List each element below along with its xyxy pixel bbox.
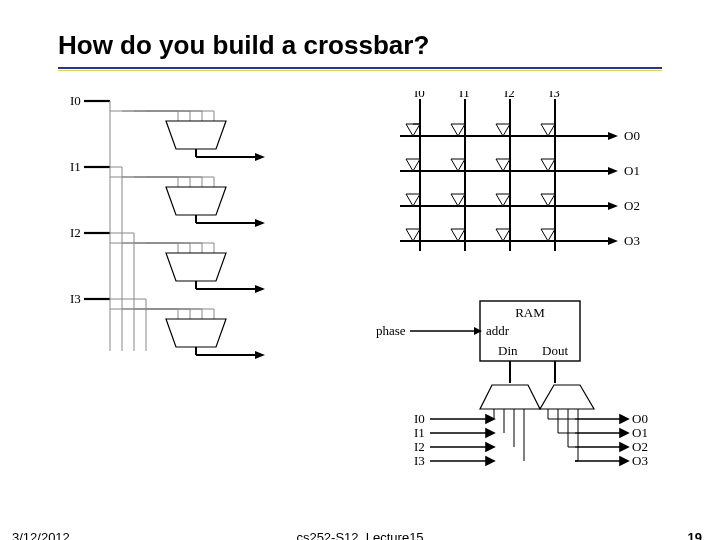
ram-input-label: I1 — [414, 425, 425, 440]
grid-input-label: I3 — [549, 91, 560, 100]
svg-marker-95 — [620, 429, 628, 437]
ram-input-label: I3 — [414, 453, 425, 468]
mux-input-label: I3 — [70, 291, 81, 306]
footer-page: 19 — [688, 530, 702, 540]
svg-marker-76 — [480, 385, 540, 409]
slide-title: How do you build a crossbar? — [58, 30, 662, 67]
footer-date: 3/12/2012 — [12, 530, 70, 540]
svg-marker-68 — [608, 237, 618, 245]
slide-content: I0 I1 I2 I3 — [0, 71, 720, 491]
ram-din-label: Din — [498, 343, 518, 358]
svg-marker-55 — [255, 351, 265, 359]
tristate-grid-diagram: I0 I1 I2 I3 O0 O1 O2 O3 — [370, 91, 650, 261]
ram-addr-label: addr — [486, 323, 510, 338]
svg-marker-84 — [486, 443, 494, 451]
ram-input-label: I0 — [414, 411, 425, 426]
svg-marker-78 — [540, 385, 594, 409]
ram-dout-label: Dout — [542, 343, 568, 358]
svg-marker-93 — [620, 415, 628, 423]
ram-output-label: O0 — [632, 411, 648, 426]
mux-input-label: I0 — [70, 93, 81, 108]
mux-input-label: I2 — [70, 225, 81, 240]
grid-output-label: O0 — [624, 128, 640, 143]
grid-input-label: I1 — [459, 91, 470, 100]
ram-input-label: I2 — [414, 439, 425, 454]
ram-output-label: O1 — [632, 425, 648, 440]
svg-marker-82 — [486, 429, 494, 437]
svg-marker-80 — [486, 415, 494, 423]
svg-marker-33 — [255, 219, 265, 227]
ram-block-label: RAM — [515, 305, 545, 320]
svg-marker-22 — [255, 153, 265, 161]
svg-marker-99 — [620, 457, 628, 465]
svg-marker-44 — [255, 285, 265, 293]
mux-input-label: I1 — [70, 159, 81, 174]
svg-marker-86 — [486, 457, 494, 465]
ram-output-label: O3 — [632, 453, 648, 468]
slide-header: How do you build a crossbar? — [0, 0, 720, 71]
grid-output-label: O3 — [624, 233, 640, 248]
ram-crossbar-diagram: RAM addr Din Dout phase — [370, 291, 650, 481]
grid-output-label: O2 — [624, 198, 640, 213]
ram-phase-label: phase — [376, 323, 406, 338]
ram-output-label: O2 — [632, 439, 648, 454]
svg-marker-97 — [620, 443, 628, 451]
svg-marker-66 — [608, 167, 618, 175]
grid-input-label: I0 — [414, 91, 425, 100]
grid-input-label: I2 — [504, 91, 515, 100]
mux-crossbar-diagram: I0 I1 I2 I3 — [70, 91, 300, 371]
footer-center: cs252-S12, Lecture15 — [296, 530, 423, 540]
grid-output-label: O1 — [624, 163, 640, 178]
svg-marker-67 — [608, 202, 618, 210]
svg-marker-65 — [608, 132, 618, 140]
